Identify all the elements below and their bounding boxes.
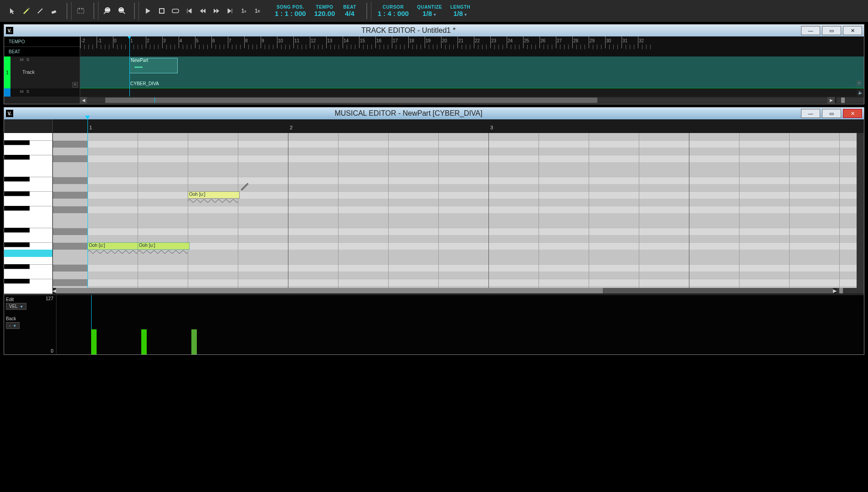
track-editor-window: V. TRACK EDITOR - Untitled1 * — ▭ ✕ TEMP… <box>4 24 864 104</box>
marker-start-button[interactable]: 1s <box>237 5 250 17</box>
goto-end-button[interactable] <box>224 5 236 17</box>
note[interactable]: Ooh [u:] <box>87 242 139 250</box>
track-editor-titlebar[interactable]: V. TRACK EDITOR - Untitled1 * — ▭ ✕ <box>4 25 864 36</box>
song-pos-readout: SONG POS. 1 : 1 : 000 <box>271 5 309 17</box>
rewind-button[interactable] <box>196 5 209 17</box>
me-scroll-left[interactable]: ◀ <box>52 288 56 295</box>
musical-ruler[interactable]: 123 <box>4 119 864 133</box>
tempo-row-label: TEMPO <box>4 36 80 46</box>
note[interactable]: Ooh [u:] <box>188 191 240 199</box>
line-tool[interactable] <box>34 5 46 17</box>
me-scroll-thumb[interactable] <box>56 288 603 293</box>
track-zoom[interactable] <box>837 97 864 103</box>
velocity-bar[interactable] <box>191 329 197 354</box>
eraser-tool[interactable] <box>47 5 60 17</box>
track-header[interactable]: 1 M S Track R <box>4 56 80 88</box>
track-ruler[interactable]: TEMPO BEAT -2-10123456789101112131415161… <box>4 36 864 56</box>
track-number: 1 <box>4 56 10 88</box>
track2-mute-solo[interactable]: M S <box>20 89 30 94</box>
close-button[interactable]: ✕ <box>843 26 862 35</box>
mute-solo-icons[interactable]: M S <box>20 57 30 62</box>
length-readout[interactable]: LENGTH 1/8▼ <box>447 5 474 17</box>
app-icon: V. <box>6 110 13 117</box>
record-toggle-lane[interactable]: R <box>857 81 862 86</box>
note[interactable]: Ooh [u:] <box>138 242 190 250</box>
track-row[interactable]: 1 M S Track R NewPart CYBER_DIVA R <box>4 56 864 88</box>
velocity-pane[interactable]: 127 Edit VEL ▼ Back - ▼ 0 <box>4 295 864 354</box>
track-row-2[interactable]: M S 🔈 <box>4 88 864 97</box>
track2-color <box>4 88 10 97</box>
scroll-thumb[interactable] <box>105 97 597 103</box>
back-param-select[interactable]: - ▼ <box>6 322 20 329</box>
pointer-tool[interactable] <box>6 5 19 17</box>
musical-editor-title: MUSICAL EDITOR - NewPart [CYBER_DIVA] <box>16 109 801 118</box>
track-playhead[interactable] <box>129 36 130 56</box>
record-toggle[interactable]: R <box>72 82 78 87</box>
velocity-bar[interactable] <box>141 329 147 354</box>
meter-icon: 🔈 <box>857 88 864 97</box>
export-voice-icon[interactable] <box>115 5 128 17</box>
goto-start-button[interactable] <box>183 5 195 17</box>
app-icon: V. <box>6 27 13 34</box>
beat-row-label: BEAT <box>4 46 80 56</box>
me-zoom[interactable] <box>837 288 864 293</box>
piano-keyboard[interactable]: C4G3 <box>4 133 53 288</box>
play-button[interactable] <box>142 5 154 17</box>
minimize-button[interactable]: — <box>801 109 820 118</box>
back-label: Back <box>6 316 54 321</box>
maximize-button[interactable]: ▭ <box>822 109 841 118</box>
pencil-cursor-icon <box>240 182 248 190</box>
track-part[interactable]: NewPart <box>129 58 178 73</box>
piano-roll-grid[interactable]: Ooh [u:]Ooh [u:]Ooh [u:] <box>53 133 857 288</box>
stop-button[interactable] <box>155 5 168 17</box>
loop-button[interactable] <box>169 5 182 17</box>
track-lane[interactable]: NewPart CYBER_DIVA R <box>80 56 864 88</box>
import-voice-icon[interactable] <box>101 5 114 17</box>
musical-editor-window: V. MUSICAL EDITOR - NewPart [CYBER_DIVA]… <box>4 107 864 355</box>
svg-line-0 <box>38 9 42 13</box>
marker-end-button[interactable]: 1E <box>251 5 264 17</box>
forward-button[interactable] <box>210 5 223 17</box>
voice-name: CYBER_DIVA <box>130 81 159 86</box>
track-hscroll[interactable]: ◀ ▶ <box>4 97 864 104</box>
svg-rect-5 <box>159 9 164 13</box>
cursor-readout: CURSOR 1 : 4 : 000 <box>374 5 412 17</box>
track-name-label[interactable]: Track <box>22 69 35 75</box>
velocity-bar[interactable] <box>91 329 97 354</box>
track-lane-playhead <box>129 56 130 88</box>
track-editor-title: TRACK EDITOR - Untitled1 * <box>16 26 801 35</box>
tempo-readout[interactable]: TEMPO 120.00 <box>310 5 339 17</box>
close-button[interactable]: ✕ <box>843 109 862 118</box>
quantize-readout[interactable]: QUANTIZE 1/8▼ <box>413 5 446 17</box>
musical-vscroll[interactable] <box>857 133 864 288</box>
maximize-button[interactable]: ▭ <box>822 26 841 35</box>
main-toolbar: 1s 1E SONG POS. 1 : 1 : 000 TEMPO 120.00… <box>0 0 868 22</box>
musical-playhead[interactable] <box>87 119 88 133</box>
region-tool[interactable] <box>74 5 87 17</box>
svg-rect-6 <box>172 9 179 13</box>
svg-rect-2 <box>77 9 84 13</box>
scroll-right[interactable]: ▶ <box>827 97 835 103</box>
minimize-button[interactable]: — <box>801 26 820 35</box>
me-scroll-right[interactable]: ▶ <box>833 288 837 295</box>
musical-editor-titlebar[interactable]: V. MUSICAL EDITOR - NewPart [CYBER_DIVA]… <box>4 108 864 119</box>
vel-param-select[interactable]: VEL ▼ <box>6 303 26 310</box>
vel-max: 127 <box>46 296 53 301</box>
svg-rect-1 <box>51 10 56 14</box>
pencil-tool[interactable] <box>20 5 33 17</box>
scroll-left[interactable]: ◀ <box>80 97 87 103</box>
vel-min: 0 <box>51 348 53 354</box>
beat-readout[interactable]: BEAT 4/4 <box>339 5 360 17</box>
